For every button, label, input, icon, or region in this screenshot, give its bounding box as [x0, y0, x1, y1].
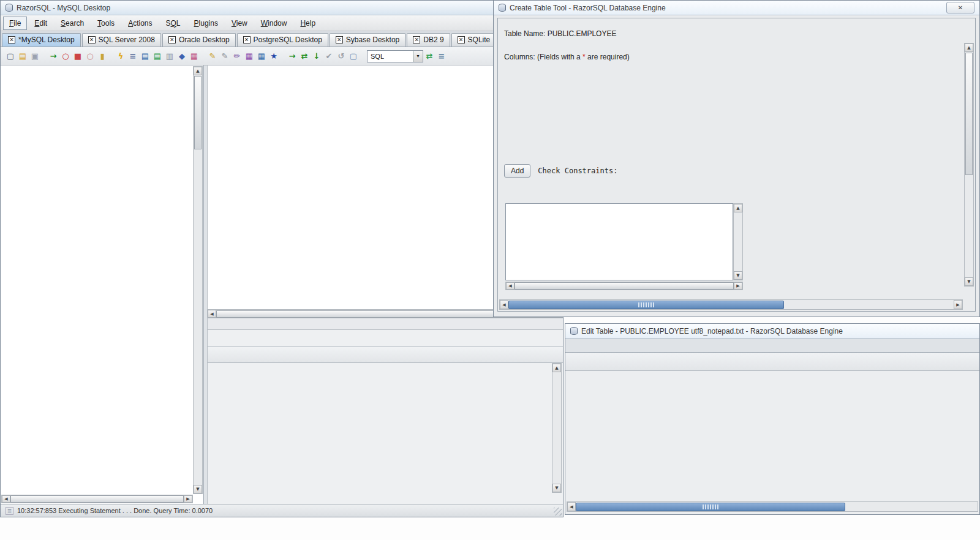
- menu-item-file[interactable]: File: [3, 17, 27, 30]
- log-list-icon[interactable]: ≡: [435, 50, 448, 62]
- scroll-right-icon[interactable]: ▶: [184, 495, 192, 503]
- table-data-icon[interactable]: ▦: [188, 50, 200, 62]
- connection-tab[interactable]: ✕PostgreSQL Desktop: [237, 33, 328, 47]
- connection-tab[interactable]: ✕Sybase Desktop: [330, 33, 405, 47]
- menu-item-plugins[interactable]: Plugins: [188, 17, 224, 30]
- scroll-up-icon[interactable]: ▲: [734, 204, 742, 212]
- copy-page-icon[interactable]: ▢: [347, 50, 360, 62]
- window-horizontal-scrollbar[interactable]: ◀ ▶: [499, 299, 963, 310]
- edit-horizontal-scrollbar[interactable]: ◀: [567, 501, 978, 512]
- table-edit-icon[interactable]: ▦: [255, 50, 268, 62]
- scroll-thumb[interactable]: [965, 53, 973, 175]
- scroll-down-icon[interactable]: ▼: [965, 277, 973, 286]
- connection-tab[interactable]: ✕SQLite: [451, 33, 497, 47]
- main-titlebar[interactable]: RazorSQL - MySQL Desktop: [1, 1, 563, 15]
- result-vertical-scrollbar[interactable]: ▲ ▼: [552, 363, 562, 493]
- pencil-icon[interactable]: ✎: [219, 50, 231, 62]
- rollback-icon[interactable]: ○: [84, 50, 96, 62]
- scroll-left-icon[interactable]: ◀: [500, 300, 508, 309]
- lightning-icon[interactable]: ϟ: [115, 50, 127, 62]
- scroll-left-icon[interactable]: ◀: [208, 310, 216, 318]
- undo-icon[interactable]: ↺: [335, 50, 347, 62]
- tree-vertical-scrollbar[interactable]: ▲ ▼: [193, 66, 203, 494]
- open-folder-icon[interactable]: ▤: [17, 50, 29, 62]
- scroll-down-icon[interactable]: ▼: [194, 485, 202, 493]
- scroll-thumb[interactable]: [514, 282, 734, 290]
- sql-horizontal-scrollbar[interactable]: ◀ ▶: [505, 282, 743, 290]
- scroll-up-icon[interactable]: ▲: [965, 43, 973, 52]
- disconnect-icon[interactable]: ○: [59, 50, 72, 62]
- describe-table-icon[interactable]: ▦: [243, 50, 255, 62]
- connection-tab[interactable]: ✕Oracle Desktop: [162, 33, 236, 47]
- close-tab-icon[interactable]: ✕: [8, 36, 15, 43]
- menu-item-view[interactable]: View: [225, 17, 254, 30]
- add-button[interactable]: Add: [504, 164, 530, 178]
- auto-commit-icon[interactable]: ⇄: [423, 50, 435, 62]
- bookmark-diamond-icon[interactable]: ◆: [176, 50, 188, 62]
- close-button[interactable]: ✕: [946, 2, 974, 13]
- scroll-thumb[interactable]: [194, 76, 202, 149]
- close-tab-icon[interactable]: ✕: [458, 36, 465, 43]
- status-icon: ≡: [6, 507, 13, 515]
- menu-item-search[interactable]: Search: [55, 17, 90, 30]
- doc-refresh-icon[interactable]: ▤: [151, 50, 164, 62]
- scroll-left-icon[interactable]: ◀: [506, 282, 514, 290]
- alter-table-icon[interactable]: ✏: [231, 50, 243, 62]
- scroll-up-icon[interactable]: ▲: [194, 67, 202, 75]
- scroll-left-icon[interactable]: ◀: [567, 502, 576, 511]
- scroll-up-icon[interactable]: ▲: [552, 364, 561, 372]
- generated-sql-preview[interactable]: [505, 203, 733, 280]
- connect-icon[interactable]: →: [47, 50, 59, 62]
- edit-table-icon[interactable]: ✎: [206, 50, 219, 62]
- close-tab-icon[interactable]: ✕: [243, 36, 251, 43]
- status-text: 10:32:57:853 Executing Statement . . . D…: [17, 507, 213, 514]
- scroll-down-icon[interactable]: ▼: [734, 271, 742, 280]
- validate-icon[interactable]: ✔: [323, 50, 335, 62]
- desktop: RazorSQL - MySQL Desktop FileEditSearchT…: [0, 0, 980, 540]
- close-tab-icon[interactable]: ✕: [336, 36, 343, 43]
- sql-mode-dropdown[interactable]: SQL▼: [367, 50, 423, 62]
- execute-refresh-icon[interactable]: ⇄: [298, 50, 311, 62]
- edit-window-title: Edit Table - PUBLIC.EMPLOYEE utf8_notepa…: [581, 327, 843, 336]
- create-titlebar[interactable]: Create Table Tool - RazorSQL Database En…: [494, 1, 979, 15]
- close-tab-icon[interactable]: ✕: [168, 36, 176, 43]
- close-tab-icon[interactable]: ✕: [88, 36, 96, 43]
- scroll-thumb[interactable]: [10, 495, 184, 503]
- execute-sql-icon[interactable]: →: [286, 50, 298, 62]
- sql-vertical-scrollbar[interactable]: ▲ ▼: [733, 203, 743, 280]
- scroll-down-icon[interactable]: ▼: [552, 484, 561, 492]
- clipboard-icon[interactable]: ▥: [164, 50, 176, 62]
- commit-icon[interactable]: ■: [72, 50, 84, 62]
- execute-all-icon[interactable]: ↓: [311, 50, 323, 62]
- close-tab-icon[interactable]: ✕: [413, 36, 420, 43]
- scroll-right-icon[interactable]: ▶: [954, 300, 962, 309]
- menu-item-window[interactable]: Window: [255, 17, 293, 30]
- scroll-left-icon[interactable]: ◀: [2, 495, 10, 503]
- menu-item-tools[interactable]: Tools: [91, 17, 121, 30]
- sql-mode-value: SQL: [368, 53, 413, 60]
- scroll-right-icon[interactable]: ▶: [734, 282, 742, 290]
- connection-tab-label: Oracle Desktop: [179, 36, 230, 44]
- checklist-icon[interactable]: ≡: [127, 50, 139, 62]
- scroll-thumb[interactable]: [576, 503, 845, 511]
- menu-item-sql[interactable]: SQL: [160, 17, 187, 30]
- menu-bar: FileEditSearchToolsActionsSQLPluginsView…: [1, 15, 563, 31]
- resize-grip[interactable]: [554, 508, 562, 516]
- favorites-star-icon[interactable]: ★: [268, 50, 280, 62]
- save-icon[interactable]: ▣: [29, 50, 41, 62]
- main-toolbar: ▢▤▣→○■○▮ϟ≡▤▤▥◆▦✎✎✏▦▦★→⇄↓✔↺▢SQL▼⇄≡: [1, 47, 563, 66]
- menu-item-edit[interactable]: Edit: [28, 17, 53, 30]
- edit-titlebar[interactable]: Edit Table - PUBLIC.EMPLOYEE utf8_notepa…: [565, 324, 979, 339]
- database-cylinder-icon[interactable]: ▮: [96, 50, 108, 62]
- menu-item-actions[interactable]: Actions: [122, 17, 158, 30]
- doc-search-icon[interactable]: ▤: [139, 50, 151, 62]
- menu-item-help[interactable]: Help: [294, 17, 322, 30]
- chevron-down-icon[interactable]: ▼: [413, 51, 423, 62]
- new-file-icon[interactable]: ▢: [4, 50, 17, 62]
- window-vertical-scrollbar[interactable]: ▲ ▼: [964, 43, 974, 287]
- connection-tab[interactable]: ✕*MySQL Desktop: [2, 33, 81, 47]
- connection-tab[interactable]: ✕SQL Server 2008: [82, 33, 161, 47]
- scroll-thumb[interactable]: [508, 301, 784, 309]
- tree-horizontal-scrollbar[interactable]: ◀ ▶: [1, 495, 193, 503]
- connection-tab[interactable]: ✕DB2 9: [407, 33, 450, 47]
